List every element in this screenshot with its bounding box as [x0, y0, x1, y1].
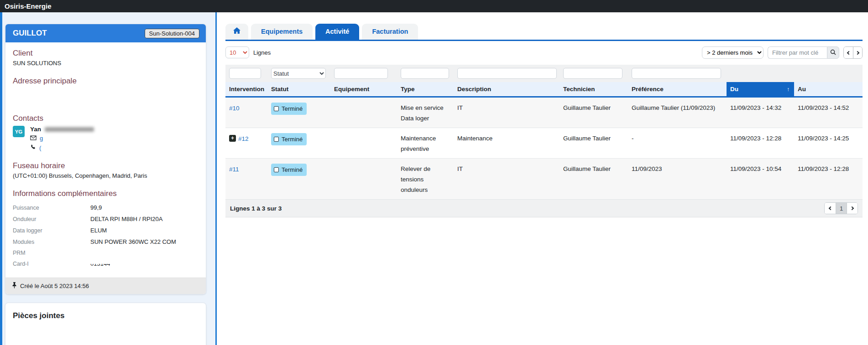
cell-equipement [330, 98, 397, 128]
cell-au: 11/09/2023 - 14:52 [794, 98, 863, 128]
intervention-link[interactable]: #12 [238, 134, 249, 144]
intervention-link[interactable]: #10 [229, 103, 240, 113]
tab-bar: Equipements Activité Facturation [225, 24, 863, 41]
column-header-preference[interactable]: Préférence [628, 82, 727, 96]
cell-technicien: Guillaume Taulier [559, 98, 628, 128]
info-row: PRM [13, 247, 199, 258]
timezone-section-heading: Fuseau horaire [13, 161, 199, 170]
table-row: + #12 Terminé Maintenance préventive Mai… [225, 128, 863, 159]
filter-input-equipement[interactable] [334, 68, 388, 79]
app-title: Osiris-Energie [5, 2, 52, 10]
next-period-button[interactable] [853, 47, 862, 58]
created-date: Créé le Août 5 2023 14:56 [20, 283, 89, 289]
column-header-intervention[interactable]: Intervention [225, 82, 267, 96]
intervention-link[interactable]: #11 [229, 164, 239, 175]
sidebar: GUILLOT Sun-Solution-004 Client SUN SOLU… [2, 12, 215, 345]
info-value-clipped: 013144 [90, 264, 110, 268]
contact-item: YG Yan g [13, 126, 199, 151]
status-square-icon [274, 106, 279, 111]
tab-facturation[interactable]: Facturation [362, 24, 418, 40]
phone-icon [30, 144, 36, 151]
pagination: 1 [824, 202, 858, 214]
filter-input-type[interactable] [401, 68, 449, 79]
info-label: Onduleur [13, 216, 90, 222]
status-badge: Terminé [271, 133, 307, 145]
keyword-filter-group [768, 46, 839, 59]
previous-page-button[interactable] [825, 203, 836, 214]
page-layout: GUILLOT Sun-Solution-004 Client SUN SOLU… [0, 12, 868, 345]
cell-du: 11/09/2023 - 14:32 [727, 98, 794, 128]
filter-select-statut[interactable]: Statut [271, 68, 326, 79]
filter-input-description[interactable] [457, 68, 557, 79]
info-row: Onduleur DELTA RPI M88H / RPI20A [13, 213, 199, 225]
attachments-card: Pièces jointes [5, 303, 206, 345]
cell-type: Mise en service Data loger [397, 98, 454, 128]
period-nav-buttons [843, 46, 863, 59]
home-icon [233, 24, 241, 40]
redacted-contact-name [45, 127, 94, 132]
contact-phone-line: ( [30, 144, 94, 151]
status-square-icon [274, 137, 279, 142]
status-badge: Terminé [271, 164, 307, 176]
sort-asc-icon: ↑ [787, 86, 790, 93]
tab-equipements[interactable]: Equipements [251, 24, 313, 40]
chevron-left-icon [847, 51, 851, 54]
info-value: DELTA RPI M88H / RPI20A [90, 216, 162, 222]
info-row: Modules SUN POWER 360WC X22 COM [13, 236, 199, 247]
info-label: Card-I [13, 261, 90, 267]
column-header-type[interactable]: Type [397, 82, 454, 96]
client-card-header: GUILLOT Sun-Solution-004 [5, 24, 206, 42]
cell-preference: Guillaume Taulier (11/09/2023) [628, 98, 727, 128]
expand-row-button[interactable]: + [229, 135, 236, 142]
column-header-description[interactable]: Description [454, 82, 559, 96]
page-size-select[interactable]: 10 [225, 46, 249, 58]
cell-equipement [330, 128, 397, 158]
cell-type: Maintenance préventive [397, 128, 454, 158]
cell-preference: 11/09/2023 [628, 159, 727, 199]
previous-period-button[interactable] [844, 47, 853, 58]
attachments-title: Pièces jointes [5, 303, 206, 329]
tab-home[interactable] [225, 24, 248, 40]
client-card-title: GUILLOT [13, 29, 47, 38]
keyword-filter-input[interactable] [768, 46, 827, 59]
page-number-button[interactable]: 1 [836, 203, 847, 214]
column-header-equipement[interactable]: Equipement [330, 82, 397, 96]
search-button[interactable] [827, 46, 839, 59]
cell-description: IT [454, 98, 559, 128]
table-row: #10 Terminé Mise en service Data loger I… [225, 98, 863, 128]
chevron-right-icon [850, 206, 853, 210]
tab-activite[interactable]: Activité [315, 24, 359, 40]
chevron-left-icon [829, 206, 832, 210]
period-filter-select[interactable]: > 2 derniers mois [702, 46, 763, 59]
contact-phone-link[interactable]: ( [39, 144, 41, 151]
next-page-button[interactable] [847, 203, 858, 214]
info-value: 99,9 [90, 204, 102, 211]
main-panel: Equipements Activité Facturation 10 Lign… [217, 12, 868, 345]
rows-summary: Lignes 1 à 3 sur 3 [230, 205, 282, 212]
address-section-heading: Adresse principale [13, 77, 199, 86]
info-row: Card-I 013144 [13, 258, 199, 270]
column-header-statut[interactable]: Statut [267, 82, 330, 96]
address-redacted [13, 86, 199, 114]
contact-avatar: YG [13, 126, 25, 137]
table-header-row: Intervention Statut Equipement Type Desc… [225, 82, 863, 98]
info-value: ELUM [90, 227, 107, 234]
column-header-du[interactable]: Du ↑ [727, 82, 794, 96]
contacts-section-heading: Contacts [13, 114, 199, 123]
cell-description: Maintenance [454, 128, 559, 158]
cell-type: Relever de tensions onduleurs [397, 159, 454, 199]
search-icon [830, 49, 836, 57]
contact-email-link[interactable]: g [40, 135, 43, 142]
timezone-value: (UTC+01:00) Brussels, Copenhagen, Madrid… [13, 172, 199, 179]
filter-input-technicien[interactable] [563, 68, 622, 79]
envelope-icon [30, 135, 37, 142]
client-card-footer: Créé le Août 5 2023 14:56 [5, 278, 206, 294]
column-header-au[interactable]: Au [794, 82, 863, 96]
column-header-technicien[interactable]: Technicien [559, 82, 628, 96]
contact-name: Yan [30, 126, 94, 133]
info-row: Data logger ELUM [13, 225, 199, 236]
filter-input-preference[interactable] [632, 68, 721, 79]
filter-input-intervention[interactable] [229, 68, 261, 79]
info-label: Modules [13, 239, 90, 245]
info-value: SUN POWER 360WC X22 COM [90, 238, 176, 245]
